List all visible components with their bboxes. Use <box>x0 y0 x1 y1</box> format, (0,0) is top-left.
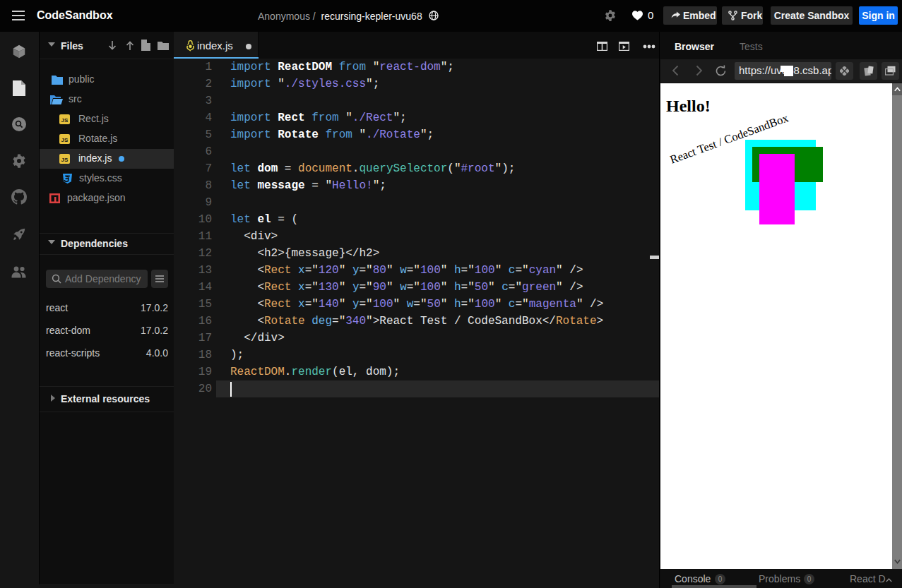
svg-text:JS: JS <box>61 137 69 143</box>
svg-text:JS: JS <box>61 117 69 124</box>
svg-text:JS: JS <box>61 157 69 163</box>
